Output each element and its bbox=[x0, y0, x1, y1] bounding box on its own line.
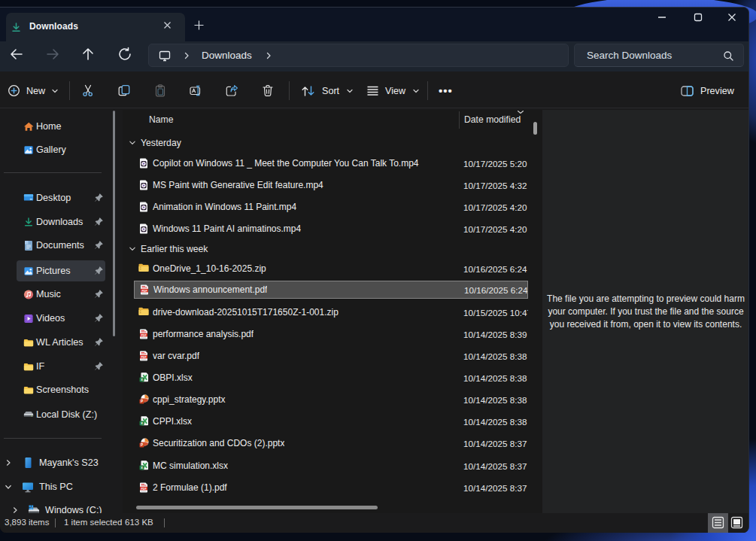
svg-text:PDF: PDF bbox=[141, 334, 147, 337]
svg-text:x: x bbox=[141, 378, 143, 381]
svg-text:PDF: PDF bbox=[141, 356, 147, 359]
svg-text:PDF: PDF bbox=[141, 488, 147, 491]
svg-text:PDF: PDF bbox=[141, 290, 147, 293]
svg-text:x: x bbox=[141, 466, 143, 470]
svg-text:x: x bbox=[141, 421, 143, 425]
